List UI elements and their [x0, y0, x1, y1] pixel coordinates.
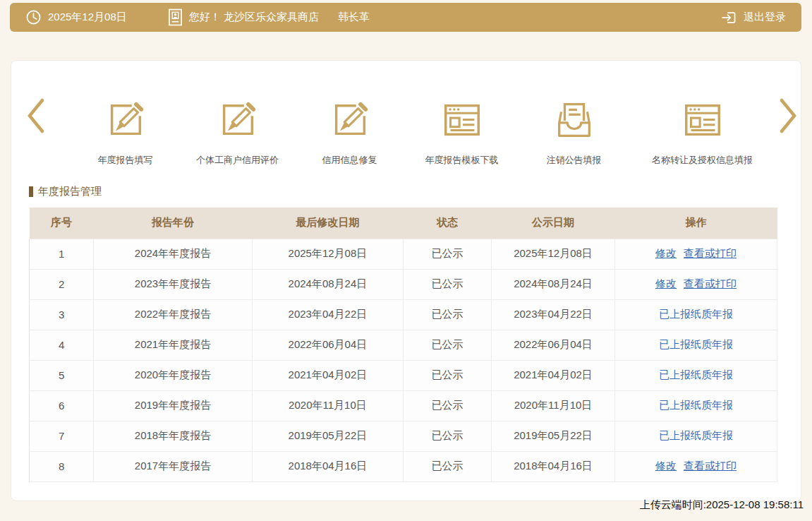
status-cell: 已公示 — [403, 360, 491, 390]
table-header-row: 序号 报告年份 最后修改日期 状态 公示日期 操作 — [30, 208, 777, 239]
status-cell: 已公示 — [403, 269, 491, 299]
current-date: 2025年12月08日 — [48, 11, 127, 24]
edit-square-icon — [328, 98, 372, 142]
col-header-report-year: 报告年份 — [94, 208, 253, 239]
carousel-item-label: 名称转让及授权信息填报 — [652, 154, 753, 167]
edit-link[interactable]: 修改 — [655, 247, 677, 259]
view-or-print-link[interactable]: 查看或打印 — [684, 277, 737, 289]
view-or-print-link[interactable]: 查看或打印 — [684, 247, 737, 259]
last-modified-cell: 2024年08月24日 — [252, 269, 403, 299]
publish-date-cell: 2018年04月16日 — [492, 451, 615, 481]
actions-cell: 修改查看或打印 — [614, 451, 777, 481]
table-row: 52020年年度报告2021年04月02日已公示2021年04月02日已上报纸质… — [30, 360, 777, 390]
publish-date-cell: 2024年08月24日 — [492, 269, 615, 299]
table-row: 82017年年度报告2018年04月16日已公示2018年04月16日修改查看或… — [30, 451, 777, 481]
edit-square-icon — [104, 98, 147, 142]
actions-cell: 已上报纸质年报 — [614, 330, 777, 360]
carousel-item-label: 年度报告填写 — [98, 154, 153, 167]
paper-report-submitted-link[interactable]: 已上报纸质年报 — [659, 429, 733, 441]
last-modified-cell: 2020年11月10日 — [252, 390, 403, 421]
publish-date-cell: 2025年12月08日 — [492, 239, 615, 269]
actions-cell: 已上报纸质年报 — [614, 360, 777, 390]
edit-link[interactable]: 修改 — [655, 277, 677, 289]
report-year-cell: 2018年年度报告 — [94, 421, 253, 451]
publish-date-cell: 2019年05月22日 — [492, 421, 615, 451]
carousel-item-deregistration-announcement[interactable]: 注销公告填报 — [518, 98, 630, 167]
edit-square-icon — [216, 98, 260, 142]
carousel-item-label: 信用信息修复 — [322, 154, 377, 167]
user-greeting: 您好！ 龙沙区乐众家具商店 — [189, 11, 319, 24]
row-index-cell: 6 — [30, 390, 94, 421]
inbox-doc-icon — [552, 98, 596, 142]
table-row: 12024年年度报告2025年12月08日已公示2025年12月08日修改查看或… — [30, 239, 777, 269]
report-table-body: 12024年年度报告2025年12月08日已公示2025年12月08日修改查看或… — [30, 239, 777, 481]
report-year-cell: 2021年年度报告 — [94, 330, 253, 360]
carousel-item-label: 年度报告模板下载 — [425, 154, 499, 167]
publish-date-cell: 2022年06月04日 — [492, 330, 615, 360]
carousel-item-name-transfer[interactable]: 名称转让及授权信息填报 — [630, 98, 775, 167]
carousel-prev-button[interactable] — [21, 97, 49, 137]
carousel-item-credit-repair[interactable]: 信用信息修复 — [293, 98, 406, 167]
user-name: 韩长革 — [338, 11, 370, 24]
id-card-icon — [168, 8, 183, 26]
logout-button[interactable]: 退出登录 — [720, 9, 786, 26]
browser-doc-icon — [440, 98, 484, 142]
browser-doc-icon — [681, 98, 725, 142]
upload-cloud-timestamp: 上传云端时间:2025-12-08 19:58:11 — [640, 498, 804, 512]
last-modified-cell: 2021年04月02日 — [252, 360, 403, 390]
col-header-operation: 操作 — [614, 208, 777, 239]
last-modified-cell: 2023年04月22日 — [252, 299, 403, 330]
col-header-index: 序号 — [30, 208, 94, 239]
section-title: 年度报告管理 — [38, 185, 102, 198]
table-row: 22023年年度报告2024年08月24日已公示2024年08月24日修改查看或… — [30, 269, 777, 299]
carousel-item-annual-report-fill[interactable]: 年度报告填写 — [69, 98, 181, 167]
section-bullet-icon — [29, 186, 33, 197]
annual-report-table: 序号 报告年份 最后修改日期 状态 公示日期 操作 12024年年度报告2025… — [29, 208, 777, 482]
last-modified-cell: 2018年04月16日 — [252, 451, 403, 481]
carousel-next-button[interactable] — [775, 97, 803, 137]
last-modified-cell: 2019年05月22日 — [252, 421, 403, 451]
feature-carousel: 年度报告填写 个体工商户信用评价 信用信息修复 年度报告模板下载 注销公告填报 … — [11, 97, 801, 167]
table-row: 42021年年度报告2022年06月04日已公示2022年06月04日已上报纸质… — [30, 330, 777, 360]
carousel-items: 年度报告填写 个体工商户信用评价 信用信息修复 年度报告模板下载 注销公告填报 … — [69, 98, 775, 167]
paper-report-submitted-link[interactable]: 已上报纸质年报 — [659, 369, 733, 381]
section-header: 年度报告管理 — [29, 185, 783, 198]
table-row: 62019年年度报告2020年11月10日已公示2020年11月10日已上报纸质… — [30, 390, 777, 421]
actions-cell: 修改查看或打印 — [614, 269, 777, 299]
publish-date-cell: 2020年11月10日 — [492, 390, 615, 421]
actions-cell: 已上报纸质年报 — [614, 421, 777, 451]
row-index-cell: 7 — [30, 421, 94, 451]
paper-report-submitted-link[interactable]: 已上报纸质年报 — [659, 399, 733, 411]
status-cell: 已公示 — [403, 390, 491, 421]
row-index-cell: 4 — [30, 330, 94, 360]
view-or-print-link[interactable]: 查看或打印 — [684, 460, 737, 472]
col-header-last-modified: 最后修改日期 — [252, 208, 403, 239]
edit-link[interactable]: 修改 — [655, 460, 677, 472]
status-cell: 已公示 — [403, 421, 491, 451]
paper-report-submitted-link[interactable]: 已上报纸质年报 — [659, 308, 733, 320]
logout-label: 退出登录 — [744, 11, 786, 24]
table-row: 72018年年度报告2019年05月22日已公示2019年05月22日已上报纸质… — [30, 421, 777, 451]
logout-icon — [720, 9, 737, 26]
actions-cell: 已上报纸质年报 — [614, 390, 777, 421]
actions-cell: 已上报纸质年报 — [614, 299, 777, 330]
current-date-group: 2025年12月08日 — [25, 9, 127, 25]
col-header-publish-date: 公示日期 — [492, 208, 615, 239]
col-header-status: 状态 — [403, 208, 491, 239]
status-cell: 已公示 — [403, 451, 491, 481]
row-index-cell: 5 — [30, 360, 94, 390]
status-cell: 已公示 — [403, 239, 491, 269]
report-year-cell: 2022年年度报告 — [94, 299, 253, 330]
status-cell: 已公示 — [403, 299, 491, 330]
main-content-card: 年度报告填写 个体工商户信用评价 信用信息修复 年度报告模板下载 注销公告填报 … — [11, 60, 801, 501]
report-year-cell: 2017年年度报告 — [94, 451, 253, 481]
paper-report-submitted-link[interactable]: 已上报纸质年报 — [659, 338, 733, 350]
actions-cell: 修改查看或打印 — [614, 239, 777, 269]
row-index-cell: 1 — [30, 239, 94, 269]
carousel-item-label: 注销公告填报 — [547, 154, 602, 167]
report-year-cell: 2019年年度报告 — [94, 390, 253, 421]
carousel-item-credit-evaluation[interactable]: 个体工商户信用评价 — [181, 98, 293, 167]
last-modified-cell: 2022年06月04日 — [252, 330, 403, 360]
carousel-item-template-download[interactable]: 年度报告模板下载 — [406, 98, 518, 167]
row-index-cell: 2 — [30, 269, 94, 299]
